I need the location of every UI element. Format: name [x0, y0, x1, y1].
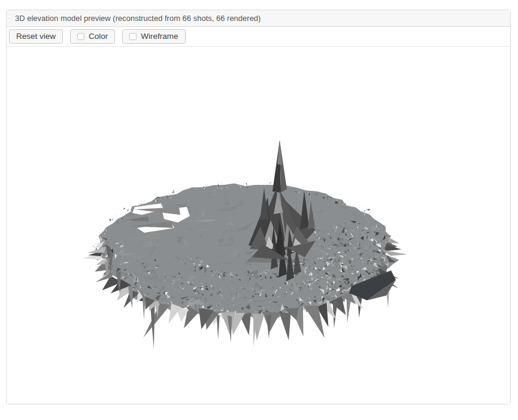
- page: 3D elevation model preview (reconstructe…: [0, 0, 518, 420]
- toolbar: Reset view Color Wireframe: [7, 27, 510, 47]
- panel-title: 3D elevation model preview (reconstructe…: [15, 14, 260, 23]
- model-canvas[interactable]: [7, 47, 510, 404]
- reset-view-button[interactable]: Reset view: [9, 29, 63, 44]
- color-checkbox[interactable]: [77, 33, 84, 40]
- terrain-mesh-svg: [7, 47, 510, 404]
- panel-header: 3D elevation model preview (reconstructe…: [7, 10, 510, 27]
- color-toggle-button[interactable]: Color: [70, 29, 115, 44]
- elevation-preview-panel: 3D elevation model preview (reconstructe…: [6, 10, 511, 404]
- color-toggle-label: Color: [89, 32, 108, 41]
- wireframe-toggle-button[interactable]: Wireframe: [122, 29, 185, 44]
- wireframe-toggle-label: Wireframe: [141, 32, 178, 41]
- wireframe-checkbox[interactable]: [129, 33, 137, 40]
